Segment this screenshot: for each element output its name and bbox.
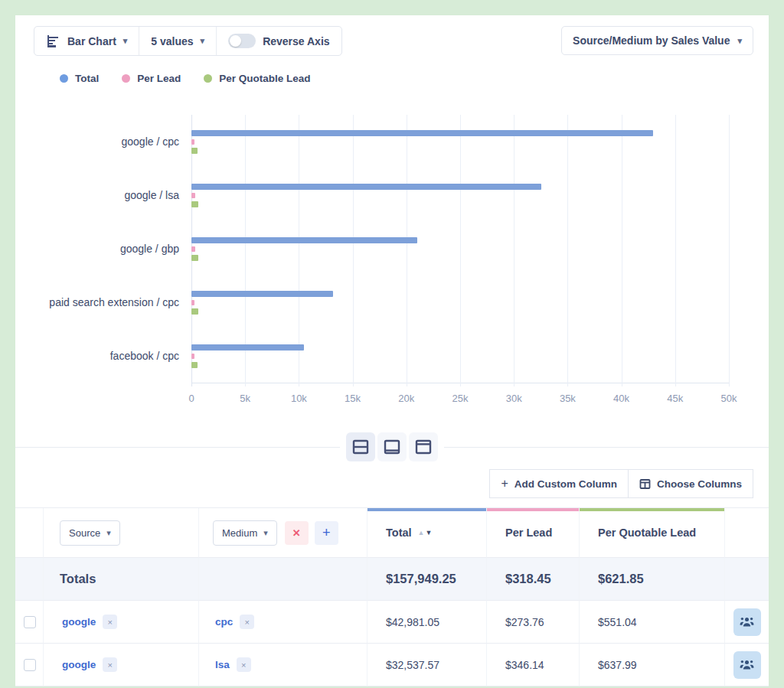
choose-columns-label: Choose Columns — [657, 478, 742, 490]
value-text: $637.99 — [598, 659, 637, 671]
reverse-axis-toggle[interactable] — [228, 34, 256, 48]
bar-per-quotable-lead[interactable] — [191, 201, 198, 207]
audience-button[interactable] — [733, 608, 761, 636]
x-icon: ✕ — [292, 527, 301, 539]
totals-total-value: $157,949.25 — [368, 558, 487, 601]
medium-tag: lsa — [215, 659, 230, 670]
bar-per-lead[interactable] — [191, 300, 194, 305]
bar-per-quotable-lead[interactable] — [191, 148, 198, 154]
chart-type-label: Bar Chart — [67, 35, 116, 47]
totals-medium-cell — [199, 558, 368, 601]
chart-focus-view-button[interactable] — [377, 432, 407, 461]
legend-label: Total — [75, 73, 99, 84]
bar-per-lead[interactable] — [191, 354, 194, 359]
bar-per-quotable-lead[interactable] — [191, 362, 198, 368]
remove-medium-tag-button[interactable]: × — [240, 615, 254, 629]
choose-columns-button[interactable]: Choose Columns — [628, 469, 753, 498]
source-dropdown[interactable]: Source ▾ — [60, 520, 120, 546]
x-axis-tick-label: 10k — [291, 393, 307, 404]
x-axis-tick-label: 15k — [345, 393, 361, 404]
gridline — [729, 115, 730, 386]
remove-source-tag-button[interactable]: × — [103, 657, 117, 672]
row-value-per-quotable-lead: $637.99 — [580, 644, 725, 686]
row-value-total: $42,981.05 — [368, 601, 487, 644]
metric-selector-label: Source/Medium by Sales Value — [573, 34, 730, 47]
totals-label-cell: Totals — [44, 558, 199, 601]
chart-x-axis: 05k10k15k20k25k30k35k40k45k50k — [31, 383, 729, 409]
per-lead-column-color-bar — [487, 508, 579, 511]
remove-source-tag-button[interactable]: × — [103, 615, 117, 629]
users-icon — [740, 616, 754, 628]
legend-item-per-quotable-lead[interactable]: Per Quotable Lead — [204, 73, 310, 84]
chart-category-label: facebook / cpc — [31, 329, 191, 383]
bar-per-quotable-lead[interactable] — [191, 255, 198, 261]
row-actions-cell — [725, 644, 769, 686]
dashboard-page: Bar Chart ▾ 5 values ▾ Reverse Axis Sour… — [15, 15, 769, 686]
chart-bar-group — [191, 276, 729, 329]
chart-type-dropdown[interactable]: Bar Chart ▾ — [34, 27, 139, 55]
bar-per-lead[interactable] — [191, 139, 194, 145]
bar-total[interactable] — [191, 344, 304, 351]
x-axis-tick-label: 20k — [398, 393, 414, 404]
row-value-total: $32,537.57 — [368, 644, 487, 686]
x-axis-tick-label: 50k — [721, 393, 737, 404]
bar-total[interactable] — [191, 184, 541, 190]
bar-chart: google / cpcgoogle / lsagoogle / gbppaid… — [31, 115, 729, 383]
x-axis-tick-label: 5k — [240, 393, 250, 404]
row-source-cell: google× — [44, 601, 199, 644]
x-axis-tick-label: 35k — [560, 393, 576, 404]
bar-total[interactable] — [191, 237, 417, 243]
totals-row-checkbox-cell — [15, 558, 44, 601]
legend-dot-icon — [204, 74, 212, 83]
row-checkbox[interactable] — [24, 616, 36, 628]
remove-medium-tag-button[interactable]: × — [237, 657, 251, 672]
row-checkbox[interactable] — [24, 659, 36, 671]
legend-label: Per Quotable Lead — [219, 73, 310, 84]
bar-per-quotable-lead[interactable] — [191, 308, 198, 315]
chart-bar-group — [191, 115, 729, 168]
medium-dropdown[interactable]: Medium ▾ — [213, 520, 277, 546]
legend-item-total[interactable]: Total — [60, 73, 99, 84]
bar-per-lead[interactable] — [191, 246, 195, 252]
bar-per-lead[interactable] — [191, 193, 195, 198]
totals-per-quotable-lead-value: $621.85 — [580, 558, 725, 601]
source-column-header: Source ▾ — [44, 508, 199, 558]
table-focus-view-icon — [414, 438, 433, 456]
users-icon — [740, 659, 754, 671]
value-text: $273.76 — [505, 616, 544, 628]
medium-dropdown-label: Medium — [222, 527, 257, 539]
reverse-axis-label: Reverse Axis — [263, 35, 329, 47]
chevron-down-icon: ▾ — [123, 37, 128, 45]
chart-legend: TotalPer LeadPer Quotable Lead — [15, 56, 769, 84]
metric-selector-dropdown[interactable]: Source/Medium by Sales Value ▾ — [561, 26, 753, 55]
totals-actions-cell — [725, 558, 769, 601]
chart-bar-group — [191, 329, 729, 383]
value-text: $551.04 — [598, 616, 637, 628]
x-axis-tick-label: 0 — [188, 393, 194, 404]
table-focus-view-button[interactable] — [409, 432, 438, 461]
chart-category-label: google / lsa — [31, 168, 191, 222]
legend-item-per-lead[interactable]: Per Lead — [122, 73, 181, 84]
value-text: $32,537.57 — [386, 659, 439, 671]
row-checkbox-cell — [15, 601, 44, 644]
add-dimension-button[interactable]: + — [315, 521, 338, 545]
chart-category-label: google / cpc — [31, 115, 191, 168]
chart-plot — [191, 115, 729, 383]
x-axis-tick-label: 45k — [667, 393, 683, 404]
column-header-per-lead[interactable]: Per Lead — [487, 508, 580, 558]
sort-arrows[interactable]: ▲▼ — [418, 529, 433, 536]
column-header-total[interactable]: Total ▲▼ — [368, 508, 487, 558]
chart-focus-view-icon — [383, 438, 401, 456]
remove-dimension-button[interactable]: ✕ — [285, 521, 309, 545]
values-count-dropdown[interactable]: 5 values ▾ — [139, 27, 217, 55]
column-header-per-quotable-lead[interactable]: Per Quotable Lead — [580, 508, 725, 558]
reverse-axis-control: Reverse Axis — [217, 27, 341, 55]
audience-button[interactable] — [733, 651, 761, 679]
split-view-button[interactable] — [346, 432, 375, 461]
data-table: Source ▾ Medium ▾ ✕ + Total ▲▼ Per Lead … — [15, 507, 769, 686]
bar-total[interactable] — [191, 291, 333, 297]
row-medium-cell: cpc× — [199, 601, 368, 644]
add-custom-column-button[interactable]: + Add Custom Column — [489, 469, 629, 498]
split-view-icon — [351, 438, 370, 456]
bar-total[interactable] — [191, 130, 653, 136]
